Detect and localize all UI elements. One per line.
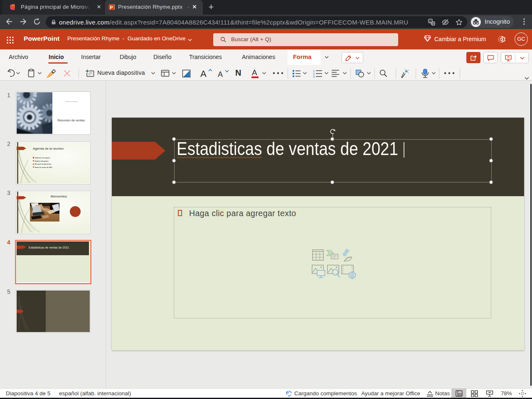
- svg-text:P: P: [110, 5, 113, 10]
- svg-text:1: 1: [313, 69, 315, 72]
- svg-text:2: 2: [313, 72, 315, 75]
- svg-text:A: A: [200, 69, 207, 79]
- svg-text:A: A: [218, 70, 223, 79]
- svg-text:G: G: [429, 20, 431, 23]
- svg-text:3: 3: [313, 75, 315, 78]
